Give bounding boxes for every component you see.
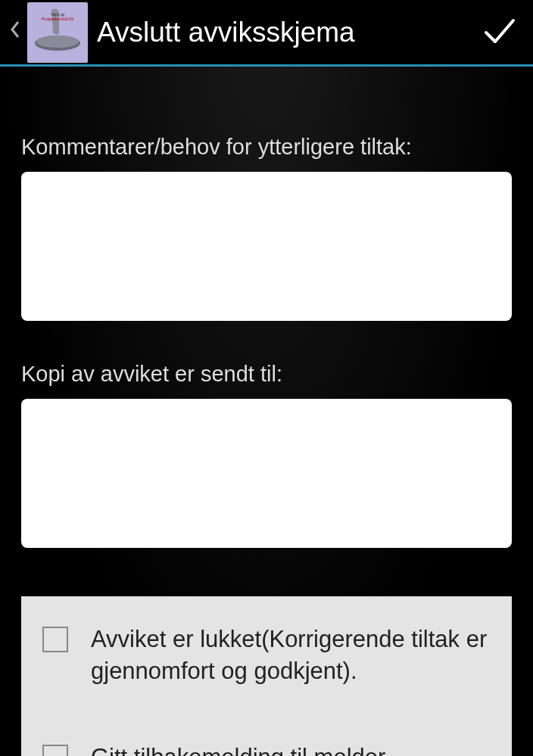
feedback-checkbox-row[interactable]: Gitt tilbakemelding til melder. <box>42 742 491 756</box>
form-content: Kommentarer/behov for ytterligere tiltak… <box>0 67 533 756</box>
comments-input[interactable] <box>21 172 512 321</box>
feedback-checkbox[interactable] <box>42 745 68 756</box>
comments-field-group: Kommentarer/behov for ytterligere tiltak… <box>21 135 512 324</box>
copy-field-group: Kopi av avviket er sendt til: <box>21 362 512 551</box>
copy-input[interactable] <box>21 399 512 548</box>
svg-text:Prosjektkontroll AS: Prosjektkontroll AS <box>42 17 74 21</box>
closed-checkbox-row[interactable]: Avviket er lukket(Korrigerende tiltak er… <box>42 624 491 687</box>
confirm-button[interactable] <box>475 7 524 58</box>
back-chevron-icon[interactable] <box>9 18 21 46</box>
checkbox-panel: Avviket er lukket(Korrigerende tiltak er… <box>21 596 512 756</box>
copy-label: Kopi av avviket er sendt til: <box>21 362 512 387</box>
page-title: Avslutt avviksskjema <box>97 17 475 48</box>
app-header: Takst og Prosjektkontroll AS Avslutt avv… <box>0 0 533 67</box>
app-logo[interactable]: Takst og Prosjektkontroll AS <box>27 2 88 63</box>
svg-point-2 <box>36 36 79 48</box>
feedback-checkbox-label: Gitt tilbakemelding til melder. <box>91 742 391 756</box>
closed-checkbox-label: Avviket er lukket(Korrigerende tiltak er… <box>91 624 491 687</box>
comments-label: Kommentarer/behov for ytterligere tiltak… <box>21 135 512 160</box>
closed-checkbox[interactable] <box>42 627 68 652</box>
